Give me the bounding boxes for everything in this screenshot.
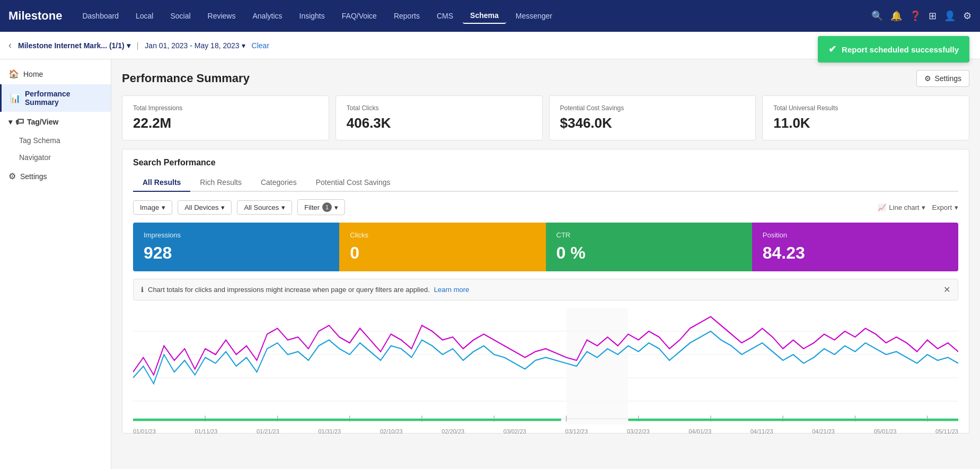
filter-right-group: 📈 Line chart ▾ Export ▾ [878,203,958,211]
chart-type-button[interactable]: 📈 Line chart ▾ [878,203,925,211]
breadcrumb-back-button[interactable]: ‹ [8,40,12,51]
stat-card-universal: Total Universal Results 11.0K [762,95,969,140]
x-label-9: 04/01/23 [688,428,711,435]
breadcrumb-separator: | [137,41,139,50]
page-title: Performance Summary [122,72,250,85]
export-button[interactable]: Export ▾ [932,203,958,211]
breadcrumb-clear-button[interactable]: Clear [252,41,269,50]
metric-tile-ctr[interactable]: CTR 0 % [546,223,752,271]
stat-impressions-label: Total Impressions [133,104,318,112]
main-content: Performance Summary ⚙ Settings Total Imp… [111,59,980,469]
filter-badge: 1 [322,202,332,212]
sidebar-item-navigator[interactable]: Navigator [0,149,111,166]
sidebar-home-label: Home [23,70,43,78]
info-close-button[interactable]: ✕ [943,285,950,295]
sidebar-tag-view-label: Tag/View [27,118,58,126]
chevron-down-icon: ▾ [334,203,338,211]
x-label-13: 05/11/23 [935,428,958,435]
search-performance-title: Search Performance [133,158,958,167]
nav-faqvoice[interactable]: FAQ/Voice [334,8,384,23]
nav-reviews[interactable]: Reviews [200,8,243,23]
search-icon[interactable]: 🔍 [871,10,883,22]
grid-icon[interactable]: ⊞ [929,10,937,22]
filter-devices-button[interactable]: All Devices ▾ [178,200,232,215]
stat-cost-value: $346.0K [560,115,745,131]
nav-reports[interactable]: Reports [386,8,427,23]
nav-dashboard[interactable]: Dashboard [75,8,126,23]
chevron-down-icon: ▾ [955,203,958,211]
metric-tile-impressions[interactable]: Impressions 928 [133,223,339,271]
nav-local[interactable]: Local [128,8,161,23]
filter-sources-button[interactable]: All Sources ▾ [237,200,292,215]
sidebar-item-home[interactable]: 🏠 Home [0,64,111,84]
stat-universal-label: Total Universal Results [773,104,958,112]
metric-tile-clicks[interactable]: Clicks 0 [339,223,545,271]
stat-card-impressions: Total Impressions 22.2M [122,95,329,140]
gear-icon[interactable]: ⚙ [963,10,972,22]
learn-more-link[interactable]: Learn more [434,286,469,294]
filter-type-button[interactable]: Image ▾ [133,200,172,215]
chevron-down-icon: ▾ [922,203,925,211]
nav-cms[interactable]: CMS [429,8,461,23]
user-icon[interactable]: 👤 [944,10,956,22]
sidebar-tag-schema-label: Tag Schema [19,136,60,145]
sidebar-settings-label: Settings [20,172,47,181]
page-header: Performance Summary ⚙ Settings [122,70,969,87]
search-performance-tabs: All Results Rich Results Categories Pote… [133,174,958,192]
bell-icon[interactable]: 🔔 [890,10,902,22]
top-navigation: Milestone Dashboard Local Social Reviews… [0,0,980,32]
chart-icon: 📊 [10,93,21,103]
nav-insights[interactable]: Insights [292,8,332,23]
tab-categories[interactable]: Categories [251,174,306,192]
x-label-10: 04/11/23 [751,428,773,435]
nav-social[interactable]: Social [163,8,198,23]
metric-ctr-value: 0 % [557,243,741,263]
nav-links: Dashboard Local Social Reviews Analytics… [75,8,871,24]
settings-gear-icon: ⚙ [924,74,931,83]
toast-message: Report scheduled successfully [842,45,959,54]
filter-row: Image ▾ All Devices ▾ All Sources ▾ Filt… [133,199,958,215]
stat-clicks-label: Total Clicks [347,104,532,112]
x-label-3: 01/31/23 [318,428,341,435]
info-bar-text: Chart totals for clicks and impressions … [148,286,430,294]
breadcrumb-location[interactable]: Milestone Internet Mark... (1/1) ▾ [18,41,130,50]
nav-analytics[interactable]: Analytics [245,8,289,23]
stat-impressions-value: 22.2M [133,115,318,131]
toast-notification: ✔ Report scheduled successfully [818,36,969,63]
main-layout: 🏠 Home 📊 Performance Summary ▾ 🏷 Tag/Vie… [0,59,980,469]
x-label-5: 02/20/23 [442,428,464,435]
info-icon: ℹ [141,286,144,294]
tab-rich-results[interactable]: Rich Results [190,174,251,192]
line-chart-icon: 📈 [878,203,886,211]
nav-messenger[interactable]: Messenger [508,8,560,23]
chevron-down-icon: ▾ [8,118,12,126]
metric-ctr-label: CTR [557,231,741,239]
sidebar-section-tag-view[interactable]: ▾ 🏷 Tag/View [0,112,111,132]
stat-universal-value: 11.0K [773,115,958,131]
tag-icon: 🏷 [15,117,24,127]
filter-button[interactable]: Filter 1 ▾ [297,199,345,215]
chevron-down-icon: ▾ [281,203,285,211]
metric-impressions-label: Impressions [144,231,329,239]
page-settings-button[interactable]: ⚙ Settings [916,70,969,87]
checkmark-icon: ✔ [828,43,836,55]
chevron-down-icon: ▾ [162,203,165,211]
sidebar-item-settings[interactable]: ⚙ Settings [0,166,111,187]
help-icon[interactable]: ❓ [910,10,921,22]
breadcrumb-date-range[interactable]: Jan 01, 2023 - May 18, 2023 ▾ [145,41,245,50]
logo[interactable]: Milestone [8,9,62,23]
tab-potential-cost-savings[interactable]: Potential Cost Savings [306,174,400,192]
sidebar-item-tag-schema[interactable]: Tag Schema [0,132,111,149]
x-label-6: 03/02/23 [504,428,526,435]
metric-clicks-label: Clicks [350,231,535,239]
metric-tile-position[interactable]: Position 84.23 [752,223,958,271]
metric-tiles: Impressions 928 Clicks 0 CTR 0 % Positio… [133,223,958,271]
info-bar: ℹ Chart totals for clicks and impression… [133,279,958,300]
nav-schema[interactable]: Schema [463,8,506,24]
x-label-7: 03/12/23 [565,428,588,435]
tab-all-results[interactable]: All Results [133,174,190,192]
sidebar-item-performance-summary[interactable]: 📊 Performance Summary [0,84,111,112]
sidebar-navigator-label: Navigator [19,153,51,162]
x-label-11: 04/21/23 [812,428,835,435]
nav-icon-group: 🔍 🔔 ❓ ⊞ 👤 ⚙ [871,10,972,22]
